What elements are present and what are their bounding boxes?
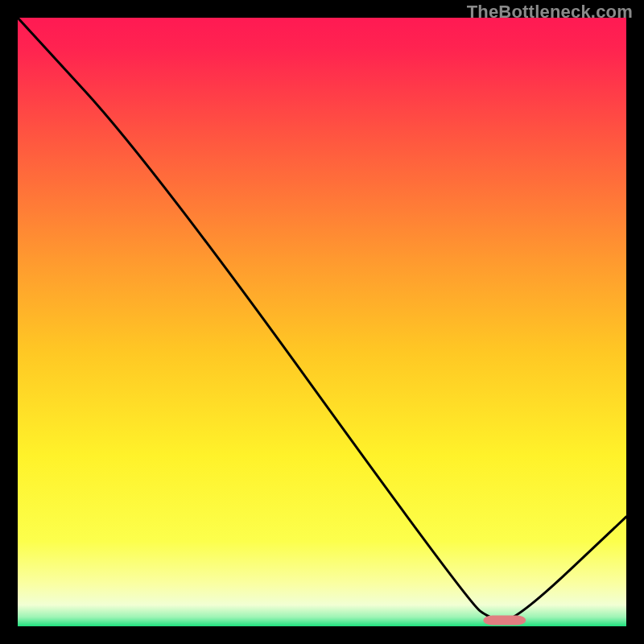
gradient-fill [18,18,626,626]
watermark-text: TheBottleneck.com [467,2,633,23]
plot-svg [18,18,626,626]
plot-area [18,18,626,626]
optimum-marker [483,615,526,625]
